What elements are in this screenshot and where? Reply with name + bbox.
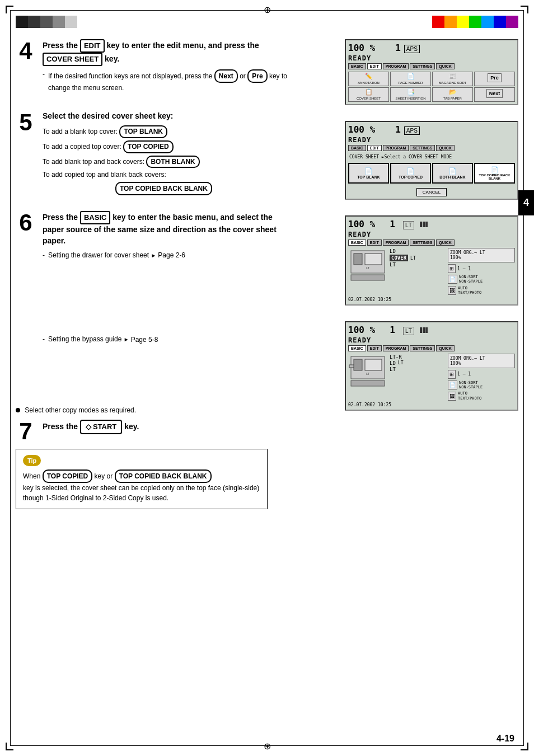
btn-quick-4[interactable]: QUICK [436,345,455,351]
btn-program-3[interactable]: PROGRAM [383,240,409,246]
cancel-btn[interactable]: CANCEL [416,188,447,196]
icon-sheetinsertion[interactable]: 📑 SHEET INSERTION [390,87,431,102]
border-right [523,10,524,746]
top-copied-back-icon: 📄 [491,166,499,173]
step5-item2: To add a copied top cover: TOP COPIED [43,140,290,153]
zoom-pct-4: 100% [450,361,513,366]
btn-edit-1[interactable]: EDIT [367,63,382,69]
corner-mark-bl [6,743,13,750]
btn-edit-4[interactable]: EDIT [367,345,382,351]
coversheet-icon: 📋 [365,89,373,95]
main-content: 4 Press the EDIT key to enter the edit m… [16,39,518,734]
step6-ref2: Page 5-8 [124,335,158,345]
screen2-menubar: BASIC EDIT PROGRAM SETTINGS QUICK [348,145,515,151]
drawer-info: LD COVER LT LT [390,248,416,287]
screen4-paper-area: LT LT-R LD LT [348,354,515,401]
screen1: 100 % 1 APS READY BASIC EDIT PROGRAM SET… [345,39,518,105]
magazinesort-icon: 📰 [449,73,457,79]
step4-content: Press the EDIT key to enter the edit men… [43,39,290,95]
screen4-drawer-ld: LD LT [390,360,403,366]
pre-key: Pre [247,69,267,83]
svg-rect-8 [354,359,362,370]
top-copied-back-blank-key: TOP COPIED BACK BLANK [115,182,212,195]
step5-item1: To add a blank top cover: TOP BLANK [43,125,290,138]
top-blank-btn[interactable]: 📄 TOP BLANK [348,163,389,184]
top-copied-back-btn[interactable]: 📄 TOP COPIED BACK BLANK [474,163,515,184]
icon-next[interactable]: Next [474,87,515,102]
bullet-note: Select other copy modes as required. [16,406,290,414]
bullet-dot [16,408,20,412]
finish-text-4: AUTOTEXT/PHOTO [458,391,481,401]
screen3-copies: 1 [390,219,395,229]
chapter-tab: 4 [518,190,534,215]
left-column: 4 Press the EDIT key to enter the edit m… [16,39,290,509]
btn-settings-1[interactable]: SETTINGS [410,63,435,69]
next-button: Next [486,89,503,98]
btn-settings-2[interactable]: SETTINGS [410,145,435,151]
btn-settings-4[interactable]: SETTINGS [410,345,435,351]
sort-icon-3: ⊞ [448,264,456,273]
svg-rect-9 [365,359,382,370]
btn-quick-2[interactable]: QUICK [436,145,455,151]
spacer-step6b [16,347,290,403]
step7-number: 7 [16,420,36,443]
ld2-label: LD [390,360,396,366]
btn-basic-3[interactable]: BASIC [348,240,366,246]
btn-basic-2[interactable]: BASIC [348,145,366,151]
top-blank-icon: 📄 [364,167,373,175]
top-copied-back-text: TOP COPIED BACK BLANK [476,173,513,180]
svg-rect-6 [351,381,385,386]
svg-text:LT: LT [366,372,369,375]
btn-program-1[interactable]: PROGRAM [383,63,409,69]
screen4-paper-right: ZOOM ORG.→ LT 100% ⊞ 1 — 1 📄 NON-SORTNON… [448,354,515,401]
step5-item4: To add copied top and blank back covers: [43,170,290,180]
reg-mark-top: ⊕ [264,4,271,15]
btn-program-4[interactable]: PROGRAM [383,345,409,351]
btn-edit-3[interactable]: EDIT [367,240,382,246]
cover-size: LT [410,256,416,261]
screen4-nonsort: 📄 NON-SORTNON-STAPLE [448,381,515,390]
top-copied-btn[interactable]: 📄 TOP COPIED [390,163,431,184]
screen4: 100 % 1 LT READY BASIC EDIT PRO [345,321,518,411]
btn-basic-1[interactable]: BASIC [348,63,366,69]
screen3-copier-wrap: LT LD COVER LT [348,248,446,287]
screen4-copies: 1 [390,325,395,335]
both-blank-key: BOTH BLANK [146,156,199,168]
pre-button: Pre [488,73,502,82]
icon-pagenumber[interactable]: 📄 PAGE NUMBER [390,72,431,86]
step6-number: 6 [16,211,36,234]
step5-number: 5 [16,111,36,134]
tip-key1: TOP COPIED [43,469,93,483]
step6-note2: - Setting the bypass guide Page 5-8 [43,334,290,345]
screen4-bars [420,326,428,335]
icon-magazinesort[interactable]: 📰 MAGAZINE SORT [432,72,473,86]
screen2-mode: APS [404,126,420,135]
spacer-step6 [16,267,290,334]
ltr-label: LT-R [390,354,402,360]
icon-annotation[interactable]: ✏️ ANNOTATION [348,72,389,86]
nonsort-text-4: NON-SORTNON-STAPLE [459,381,483,390]
btn-quick-3[interactable]: QUICK [436,240,455,246]
screen2-cancel-wrap: CANCEL [348,186,515,196]
screen3-nonsort: 📄 NON-SORTNON-STAPLE [448,275,515,284]
top-blank-key: TOP BLANK [119,125,167,138]
btn-basic-4[interactable]: BASIC [348,345,366,351]
sort-icon-4: ⊞ [448,370,456,379]
screen4-copier-wrap: LT LT-R LD LT [348,354,446,393]
step7-content: Press the START key. [43,420,290,438]
icon-tabpaper[interactable]: 📂 TAB PAPER [432,87,473,102]
screen3-wrapper: 100 % 1 LT READY BASIC EDIT PRO [345,215,518,306]
nonsort-text-3: NON-SORTNON-STAPLE [459,275,483,284]
btn-settings-3[interactable]: SETTINGS [410,240,435,246]
zoom-label-4: ZOOM ORG.→ LT [450,356,513,361]
drawer-row-cover: COVER LT [390,255,416,261]
icon-pre[interactable]: Pre [474,72,515,86]
step6-note2-wrap: - Setting the bypass guide Page 5-8 [43,334,290,345]
screen3-bars [420,220,428,229]
btn-quick-1[interactable]: QUICK [436,63,455,69]
both-blank-btn[interactable]: 📄 BOTH BLANK [432,163,473,184]
border-left [10,10,11,746]
btn-edit-2[interactable]: EDIT [367,145,382,151]
btn-program-2[interactable]: PROGRAM [383,145,409,151]
icon-coversheet[interactable]: 📋 COVER SHEET [348,87,389,102]
